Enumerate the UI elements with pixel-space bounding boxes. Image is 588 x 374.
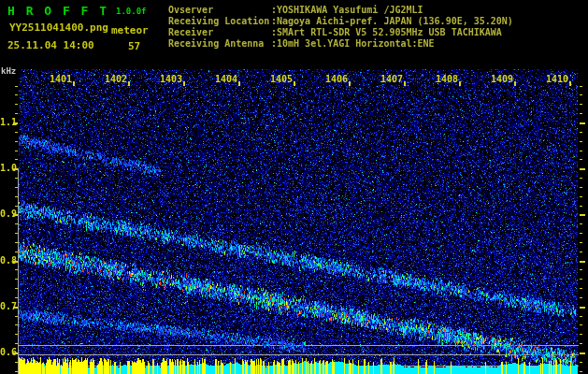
spectrogram-canvas [0,0,588,374]
freq-label-0.8: 0.8 [0,255,12,266]
time-label-1407: 1407 [369,74,403,84]
info-label: Receiving Antenna [168,38,271,50]
info-row-location: Receiving Location:Nagoya Aichi-pref. JA… [168,16,513,27]
freq-label-0.7: 0.7 [0,301,12,311]
hrofft-window: H R O F F T 1.0.0f YY2511041400.png mete… [0,0,588,374]
meteor-count: 57 [128,40,140,52]
mode-label: meteor [111,24,149,36]
time-label-1406: 1406 [314,74,348,84]
info-label: Ovserver [168,5,271,16]
freq-label-0.9: 0.9 [0,209,12,219]
time-label-1401: 1401 [38,74,72,84]
time-label-1404: 1404 [204,74,237,84]
time-label-1408: 1408 [424,74,458,84]
freq-label-0.6: 0.6 [0,347,12,357]
app-title: H R O F F T [7,4,108,18]
info-value: :SMArt RTL-SDR V5 52.905MHz USB TACHIKAW… [271,27,502,37]
datetime-label: 25.11.04 14:00 [7,39,94,51]
freq-label-1.1: 1.1 [0,117,12,127]
time-label-1410: 1410 [535,74,568,84]
info-row-receiver: Receiver:SMArt RTL-SDR V5 52.905MHz USB … [168,27,502,38]
info-label: Receiving Location [168,16,271,27]
info-label: Receiver [168,27,271,38]
info-value: :10mH 3el.YAGI Horizontal:ENE [271,38,435,49]
time-label-1409: 1409 [480,74,513,84]
time-label-1403: 1403 [149,74,182,84]
time-label-1405: 1405 [259,74,293,84]
output-filename: YY2511041400.png [9,22,108,34]
info-row-observer: Ovserver:YOSHIKAWA Yasufumi /JG2MLI [168,5,423,16]
time-label-1402: 1402 [93,74,127,84]
info-value: :YOSHIKAWA Yasufumi /JG2MLI [271,5,423,15]
y-axis-unit: kHz [1,66,16,76]
info-row-antenna: Receiving Antenna:10mH 3el.YAGI Horizont… [168,38,435,50]
app-version: 1.0.0f [116,7,147,16]
info-value: :Nagoya Aichi-pref. JAPAN (136.90E, 35.2… [271,16,513,26]
freq-label-1.0: 1.0 [0,163,12,173]
